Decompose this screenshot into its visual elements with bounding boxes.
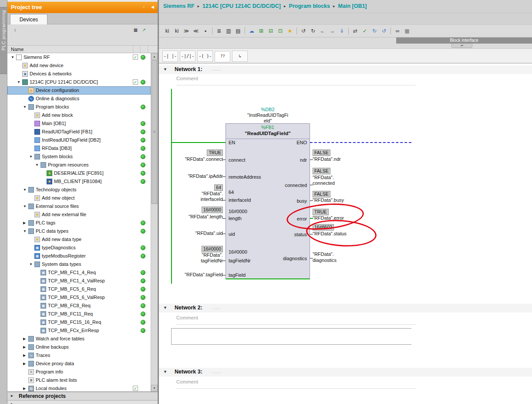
collapse-node-icon[interactable]: ▼ — [29, 260, 34, 268]
split-editor-vertically-icon[interactable]: ▤ — [234, 27, 242, 35]
operand-ndr[interactable]: "RFData".ndr — [313, 156, 341, 162]
tree-column-header[interactable]: Name — [7, 45, 158, 53]
collapse-all-networks-icon[interactable]: ≪ — [192, 27, 200, 35]
tree-item[interactable]: ▶Device proxy data — [7, 360, 151, 368]
operand-tag-field-nr[interactable]: tagFieldNr — [201, 258, 223, 264]
pin-length[interactable]: length — [229, 216, 242, 221]
pin-en[interactable]: EN — [229, 140, 235, 146]
tree-item[interactable]: ▼System blocks — [7, 153, 151, 161]
operand-tag-field[interactable]: "RFData".tagField — [185, 272, 223, 278]
collapse-network-icon[interactable]: ▼ — [163, 370, 167, 374]
tree-item[interactable]: ▦TCP_MB_FC5_6_ValResp — [7, 293, 151, 302]
network-2-comment[interactable]: Comment — [176, 315, 416, 325]
tree-item[interactable]: ▼External source files — [7, 202, 151, 210]
scroll-up-icon[interactable]: ▲ — [151, 53, 158, 60]
expand-node-icon[interactable]: ▶ — [23, 384, 28, 391]
tree-item[interactable]: ▣Devices & networks — [7, 70, 151, 78]
compare-online-offline-icon[interactable]: ⇄ — [351, 27, 360, 35]
tree-item[interactable]: ▶PLC tags — [7, 219, 151, 227]
operand-ip-addr[interactable]: "RFData".ipAddr — [188, 173, 223, 179]
tree-item[interactable]: ≣PLC alarm text lists — [7, 376, 151, 384]
tree-item[interactable]: ▶▥Local modules✓ — [7, 384, 151, 391]
scrollbar-thumb[interactable]: ≡ — [152, 60, 157, 204]
tree-item[interactable]: InstReadUIDTagField [DB2] — [7, 136, 151, 144]
tree-scrollbar[interactable]: ▲ ≡ ▼ — [151, 53, 158, 391]
tree-item[interactable]: ★Add new external file — [7, 210, 151, 219]
details-view-bar[interactable]: ▸ — [7, 400, 158, 404]
tree-item[interactable]: ★Add new data type — [7, 235, 151, 244]
collapse-panel-icon[interactable]: ◀ — [149, 4, 156, 10]
contact-nc-icon[interactable]: -|/|- — [180, 51, 195, 62]
synchronize-icon[interactable]: ↺ — [380, 27, 388, 35]
consistency-check-icon[interactable]: ✓ — [360, 27, 369, 35]
pin-diagnostics[interactable]: diagnostics — [283, 256, 307, 261]
tree-item[interactable]: ▼Program resources — [7, 161, 151, 169]
instance-db-label[interactable]: %DB2 "InstReadUIDTagFi eld" — [226, 107, 310, 124]
open-branch-icon[interactable]: ↳ — [232, 51, 248, 62]
network-3-header[interactable]: ▼ Network 3: ..... — [159, 368, 532, 377]
tree-item[interactable]: ★MB_CLIENT [FB1084] — [7, 177, 151, 186]
interface-splitter-handle[interactable]: ▴▾ — [451, 44, 472, 48]
tree-item[interactable]: ★DESERIALIZE [FC891] — [7, 169, 151, 177]
sort-order-icon[interactable]: ↕ — [11, 26, 19, 34]
operand-interface-id[interactable]: "RFData". — [202, 191, 223, 197]
operand-interface-id[interactable]: interfaceId — [201, 197, 223, 202]
breadcrumb-item[interactable]: Siemens RF — [163, 3, 195, 9]
pin-ndr[interactable]: ndr — [300, 157, 307, 163]
pin-tag-field-nr[interactable]: tagFieldNr — [229, 258, 251, 264]
tree-item[interactable]: ▦TCP_MB_FC1_4_ValResp — [7, 277, 151, 285]
operand-connected[interactable]: "RFData". — [313, 175, 334, 180]
operand-uid[interactable]: "RFData".uid — [195, 231, 223, 236]
open-detail-view-icon[interactable]: ▦ — [132, 26, 139, 34]
monitor-snapshot-icon[interactable]: ▦ — [403, 27, 411, 35]
operand-diagnostics[interactable]: "RFData". — [313, 251, 334, 257]
pin-uid[interactable]: uid — [229, 231, 235, 237]
tab-plc-programming[interactable]: PLC programming — [0, 7, 7, 74]
split-editor-horizontally-icon[interactable]: ▥ — [224, 27, 233, 35]
collapse-node-icon[interactable]: ▼ — [11, 53, 16, 61]
fb-call-box[interactable]: %FB1 "ReadUIDTagField" EN connect remote… — [226, 123, 310, 279]
reference-projects-bar[interactable]: ▸ Reference projects — [7, 391, 158, 400]
expand-project-view-icon[interactable]: ↗ — [140, 26, 148, 34]
pin-eno[interactable]: ENO — [296, 140, 307, 146]
expand-node-icon[interactable]: ▶ — [23, 343, 28, 351]
contact-no-icon[interactable]: -| |- — [162, 51, 178, 62]
tree-item[interactable]: ≡Program info — [7, 368, 151, 376]
insert-comment-icon[interactable]: ☁ — [247, 27, 256, 35]
collapse-node-icon[interactable]: ▼ — [23, 103, 28, 111]
collapse-node-icon[interactable]: ▼ — [17, 78, 22, 86]
network-2-header[interactable]: ▼ Network 2: ..... — [159, 304, 532, 312]
network-1-comment[interactable]: Comment — [176, 76, 416, 85]
monitoring-on-off-icon[interactable]: ∞ — [393, 27, 402, 35]
operand-length[interactable]: "RFData".length — [189, 214, 223, 220]
pin-tag-field[interactable]: tagField — [229, 272, 246, 278]
tree-item[interactable]: ▶Watch and force tables — [7, 335, 151, 343]
tree-item[interactable]: ∿Online & diagnostics — [7, 95, 151, 103]
expand-section-icon[interactable]: ▸ — [11, 393, 13, 398]
show-absolute-operands-icon[interactable]: ki — [163, 27, 172, 35]
expand-node-icon[interactable]: ▶ — [23, 360, 28, 368]
breadcrumb-item[interactable]: 1214C [CPU 1214C DC/DC/DC] — [202, 3, 281, 9]
operand-diagnostics[interactable]: diagnostics — [313, 258, 337, 263]
operand-busy[interactable]: "RFData".busy — [313, 197, 344, 203]
expand-all-networks-icon[interactable]: ≫ — [182, 27, 191, 35]
insert-empty-box-icon[interactable]: ⊡ — [276, 27, 285, 35]
collapse-node-icon[interactable]: ▼ — [29, 153, 34, 161]
network-1-header[interactable]: ▼ Network 1: ..... — [159, 65, 532, 74]
download-to-device-icon[interactable]: ⇓ — [337, 27, 346, 35]
operand-tag-field-nr[interactable]: "RFData". — [202, 252, 223, 258]
expand-section-icon[interactable]: ▸ — [11, 401, 13, 404]
tree-item[interactable]: ▦TCP_MB_FC8_Req — [7, 302, 151, 310]
show-symbolic-operands-icon[interactable]: ki — [172, 27, 181, 35]
next-error-icon[interactable]: → — [328, 27, 337, 35]
tree-item[interactable]: ▤Device configuration — [7, 86, 151, 95]
tree-item[interactable]: ★Add new object — [7, 194, 151, 202]
pin-connect[interactable]: connect — [229, 157, 246, 163]
block-interface-bar[interactable]: Block interface — [396, 37, 532, 44]
tree-item[interactable]: ▼Program blocks — [7, 103, 151, 111]
tree-item[interactable]: ▦TCP_MB_FC11_Req — [7, 310, 151, 318]
operand-connect[interactable]: "RFData".connect — [185, 156, 223, 162]
tree-item[interactable]: ▦TCP_MB_FC15_16_Req — [7, 318, 151, 326]
collapse-node-icon[interactable]: ▼ — [35, 161, 40, 169]
scroll-down-icon[interactable]: ▼ — [151, 385, 158, 391]
